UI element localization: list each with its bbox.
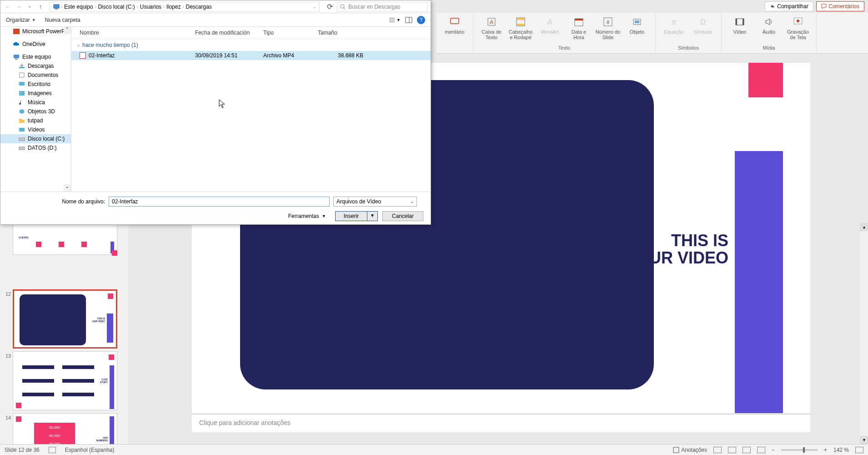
sidebar-este-equipo[interactable]: Este equipo <box>0 52 71 61</box>
svg-rect-12 <box>635 20 639 23</box>
thumbnail-scrollbar[interactable]: ▴ ▾ <box>860 223 868 444</box>
zoom-in-button[interactable]: + <box>824 447 827 453</box>
comments-button[interactable]: Comentários <box>816 1 864 11</box>
share-label: Compartilhar <box>777 3 808 10</box>
spell-check-icon[interactable] <box>49 447 56 453</box>
date-icon <box>574 17 584 27</box>
scroll-up-button[interactable]: ▴ <box>860 223 868 231</box>
crumb-descargas[interactable]: Descargas <box>185 4 212 10</box>
fit-window-button[interactable] <box>855 447 863 453</box>
preview-pane-button[interactable] <box>405 17 412 23</box>
slide-number-button[interactable]: #Número do Slide <box>595 16 621 40</box>
svg-rect-16 <box>736 19 737 25</box>
nav-back-button[interactable]: ← <box>3 2 12 11</box>
sorter-view-button[interactable] <box>728 447 736 453</box>
music-icon <box>19 100 25 105</box>
svg-rect-4 <box>517 18 524 20</box>
svg-rect-38 <box>19 138 25 141</box>
crumb-usuarios[interactable]: Usuarios <box>139 4 162 10</box>
crumb-llopez[interactable]: llopez <box>166 4 181 10</box>
sidebar-documentos[interactable]: Documentos <box>0 71 71 80</box>
video-button[interactable]: Vídeo <box>727 16 753 35</box>
file-group-header[interactable]: ⌄ hace mucho tiempo (1) <box>71 39 431 51</box>
sidebar-imagenes[interactable]: Imágenes <box>0 89 71 98</box>
date-time-button[interactable]: Data e Hora <box>566 16 592 40</box>
reading-view-button[interactable] <box>743 447 751 453</box>
insert-button[interactable]: Inserir ▼ <box>335 211 378 221</box>
ribbon: mentário ACaixa de Texto Cabeçalho e Rod… <box>437 13 868 54</box>
mp4-file-icon <box>80 52 86 59</box>
slide-thumb-14[interactable]: 50,00080,00020,000 OURNUMBERS <box>13 413 117 444</box>
refresh-button[interactable]: ⟳ <box>324 2 335 11</box>
new-folder-button[interactable]: Nueva carpeta <box>45 17 80 23</box>
share-button[interactable]: Compartilhar <box>765 1 813 11</box>
sidebar-scroll-down[interactable]: ⌄ <box>64 184 71 192</box>
slide-thumb-13[interactable]: CASESTUDY <box>13 351 117 410</box>
nav-recent-button[interactable]: ▾ <box>25 2 34 11</box>
slide-counter: Slide 12 de 36 <box>5 447 40 453</box>
sidebar-objetos-3d[interactable]: Objetos 3D <box>0 107 71 116</box>
docs-icon <box>19 72 25 78</box>
zoom-out-button[interactable]: − <box>772 447 775 453</box>
language-indicator[interactable]: Espanhol (Espanha) <box>65 447 115 453</box>
tools-dropdown[interactable]: Ferramentas ▼ <box>288 213 326 219</box>
dialog-toolbar: Organizar ▼ Nueva carpeta ▼ ? <box>0 13 431 27</box>
dialog-sidebar: Microsoft PowerP OneDrive Este equipo De… <box>0 27 71 192</box>
slide-thumb-12[interactable]: THIS ISOUR VIDEO <box>13 289 117 349</box>
col-name[interactable]: Nombre <box>80 30 195 36</box>
organize-button[interactable]: Organizar ▼ <box>6 17 36 23</box>
address-dropdown[interactable]: ⌄ <box>313 5 316 9</box>
sidebar-powerpoint[interactable]: Microsoft PowerP <box>0 27 71 36</box>
svg-rect-35 <box>19 91 25 96</box>
dialog-nav: ← → ▾ ↑ › Este equipo › Disco local (C:)… <box>0 0 431 13</box>
filetype-dropdown[interactable]: Arquivos de Vídeo ⌄ <box>333 197 417 207</box>
sidebar-scroll-up[interactable]: ⌃ <box>64 27 71 34</box>
textbox-button[interactable]: ACaixa de Texto <box>479 16 504 40</box>
sidebar-disco-c[interactable]: Disco local (C:) <box>0 134 71 143</box>
object-button[interactable]: Objeto <box>624 16 650 35</box>
screen-record-button[interactable]: Gravação de Tela <box>785 16 811 40</box>
col-type[interactable]: Tipo <box>263 30 318 36</box>
view-options-button[interactable]: ▼ <box>388 17 401 23</box>
notes-placeholder[interactable]: Clique para adicionar anotações <box>192 414 810 432</box>
svg-rect-0 <box>451 18 459 24</box>
sidebar-musica[interactable]: Música <box>0 98 71 107</box>
col-size[interactable]: Tamaño <box>318 30 363 36</box>
sidebar-videos[interactable]: Vídeos <box>0 125 71 134</box>
sidebar-escritorio[interactable]: Escritorio <box>0 80 71 89</box>
zoom-level[interactable]: 142 % <box>833 447 849 453</box>
search-box[interactable]: Buscar en Descargas <box>337 2 428 12</box>
insert-dropdown-arrow[interactable]: ▼ <box>367 212 377 221</box>
equation-button[interactable]: πEquação <box>661 16 687 35</box>
header-footer-button[interactable]: Cabeçalho e Rodapé <box>508 16 533 40</box>
crumb-disco-c[interactable]: Disco local (C:) <box>97 4 135 10</box>
sidebar-tutpad[interactable]: tutpad <box>0 116 71 125</box>
help-button[interactable]: ? <box>417 16 425 24</box>
file-row-02-interfaz[interactable]: 02-Interfaz 30/09/2019 14:51 Archivo MP4… <box>71 51 431 60</box>
nav-forward-button[interactable]: → <box>14 2 23 11</box>
slideshow-button[interactable] <box>757 447 765 453</box>
nav-up-button[interactable]: ↑ <box>36 2 45 11</box>
symbol-button[interactable]: ΩSímbolo <box>690 16 716 35</box>
col-date[interactable]: Fecha de modificación <box>195 30 263 36</box>
comment-ribbon-item[interactable]: mentário <box>442 16 467 35</box>
sidebar-onedrive[interactable]: OneDrive <box>0 40 71 49</box>
address-bar[interactable]: › Este equipo › Disco local (C:) › Usuar… <box>50 2 320 12</box>
crumb-este-equipo[interactable]: Este equipo <box>63 4 94 10</box>
notes-toggle[interactable]: Anotações <box>673 447 707 453</box>
cancel-button[interactable]: Cancelar <box>382 211 423 221</box>
svg-rect-28 <box>406 17 412 23</box>
zoom-slider[interactable] <box>781 449 818 451</box>
drive-icon <box>19 145 25 151</box>
audio-button[interactable]: Áudio <box>756 16 782 35</box>
slide-thumb-11[interactable]: CLIENTS <box>13 223 117 255</box>
wordart-button[interactable]: AWordArt <box>537 16 562 35</box>
slide-title-text[interactable]: THIS IS OUR VIDEO <box>637 232 728 267</box>
sidebar-datos-d[interactable]: DATOS (D:) <box>0 143 71 152</box>
video-folder-icon <box>19 127 25 132</box>
filename-input[interactable] <box>109 197 330 207</box>
sidebar-descargas[interactable]: Descargas <box>0 61 71 71</box>
scroll-down-button[interactable]: ▾ <box>860 436 868 444</box>
file-list-area: Nombre Fecha de modificación Tipo Tamaño… <box>71 27 431 192</box>
normal-view-button[interactable] <box>713 447 722 453</box>
